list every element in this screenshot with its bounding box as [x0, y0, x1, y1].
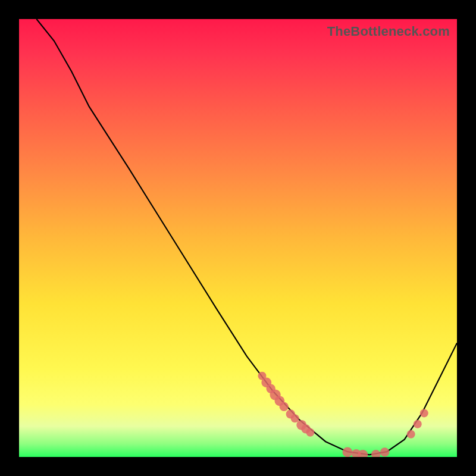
- plot-area: TheBottleneck.com: [19, 19, 457, 457]
- bottleneck-curve: [36, 19, 457, 455]
- data-marker: [420, 409, 428, 417]
- data-marker: [291, 414, 299, 422]
- data-marker: [258, 372, 267, 380]
- data-marker: [280, 402, 289, 411]
- data-marker: [296, 420, 306, 430]
- chart-overlay: [19, 19, 457, 457]
- data-marker: [343, 447, 353, 458]
- data-marker: [261, 378, 271, 388]
- data-marker: [352, 449, 361, 457]
- data-marker: [371, 450, 380, 457]
- data-marker: [270, 389, 281, 400]
- data-marker: [301, 424, 310, 433]
- data-marker: [358, 450, 368, 457]
- data-marker: [306, 428, 314, 437]
- data-marker: [275, 396, 285, 406]
- data-marker: [380, 447, 389, 456]
- marker-group: [258, 372, 428, 457]
- data-marker: [407, 430, 415, 439]
- data-marker: [414, 420, 422, 428]
- data-marker: [267, 384, 275, 393]
- data-marker: [286, 409, 295, 418]
- watermark-text: TheBottleneck.com: [327, 24, 450, 39]
